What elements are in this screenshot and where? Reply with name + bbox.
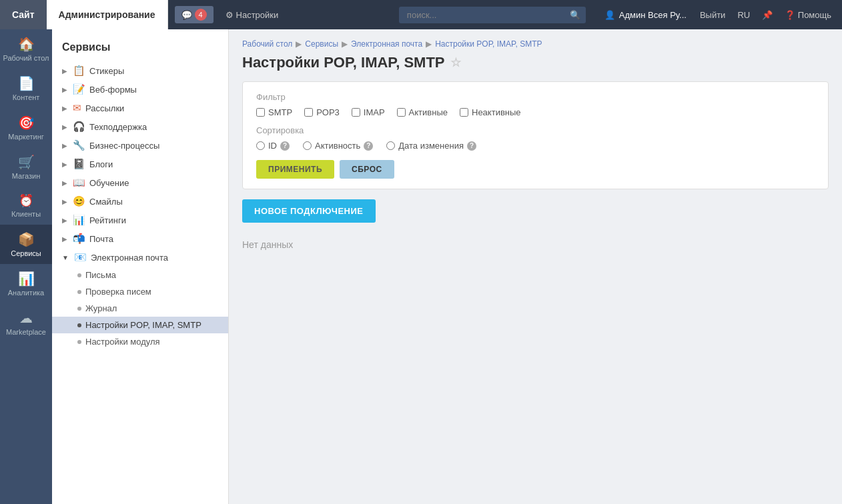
sidebar-item-email[interactable]: ▼ 📧 Электронная почта (52, 248, 228, 267)
arrow-icon: ▶ (62, 179, 67, 187)
sidebar-item-ratings[interactable]: ▶ 📊 Рейтинги (52, 211, 228, 229)
active-checkbox[interactable] (397, 108, 406, 117)
nav-item-content[interactable]: 📄 Контент (0, 69, 52, 108)
clients-icon: ⏰ (19, 193, 33, 208)
dot-icon (77, 273, 81, 277)
home-icon: 🏠 (18, 36, 35, 52)
inactive-label: Неактивные (472, 107, 521, 117)
nav-item-dashboard[interactable]: 🏠 Рабочий стол (0, 29, 52, 69)
sort-radio-date[interactable] (386, 141, 395, 150)
help-label: Помощь (798, 10, 831, 20)
sidebar-label-email: Электронная почта (91, 253, 168, 263)
breadcrumb-dashboard[interactable]: Рабочий стол (242, 39, 292, 49)
logout-button[interactable]: Выйти (695, 7, 731, 23)
content-area: Рабочий стол ▶ Сервисы ▶ Электронная поч… (229, 29, 842, 504)
imap-checkbox[interactable] (352, 108, 360, 117)
sort-radio-id[interactable] (256, 141, 265, 150)
new-connection-button[interactable]: НОВОЕ ПОДКЛЮЧЕНИЕ (242, 199, 376, 223)
apply-button[interactable]: ПРИМЕНИТЬ (256, 160, 334, 179)
sidebar-label-ratings: Рейтинги (89, 215, 126, 225)
sidebar-item-smileys[interactable]: ▶ 😊 Смайлы (52, 192, 228, 211)
sidebar-item-bizproc[interactable]: ▶ 🔧 Бизнес-процессы (52, 136, 228, 155)
sidebar-item-mail[interactable]: ▶ 📬 Почта (52, 229, 228, 248)
sidebar-label-bizproc: Бизнес-процессы (89, 141, 159, 151)
arrow-open-icon: ▼ (62, 254, 69, 261)
sidebar-subitem-module-settings[interactable]: Настройки модуля (52, 333, 228, 350)
sort-option-activity[interactable]: Активность ? (303, 141, 373, 151)
lang-selector[interactable]: RU (732, 7, 755, 23)
sort-radio-activity[interactable] (303, 141, 312, 150)
breadcrumb-sep-3: ▶ (426, 39, 432, 49)
sidebar-label-learning: Обучение (89, 178, 129, 188)
breadcrumb-email[interactable]: Электронная почта (351, 39, 422, 49)
sidebar-item-support[interactable]: ▶ 🎧 Техподдержка (52, 117, 228, 136)
nav-label-services: Сервисы (11, 249, 41, 257)
sidebar-item-mailings[interactable]: ▶ ✉ Рассылки (52, 99, 228, 117)
user-menu[interactable]: 👤 Админ Всея Ру... (598, 7, 693, 23)
arrow-icon: ▶ (62, 67, 67, 75)
sidebar: Сервисы ▶ 📋 Стикеры ▶ 📝 Веб-формы ▶ ✉ Ра… (52, 29, 229, 504)
sidebar-item-blogs[interactable]: ▶ 📓 Блоги (52, 155, 228, 173)
filter-check-active[interactable]: Активные (397, 107, 448, 117)
reset-button[interactable]: СБРОС (340, 160, 394, 179)
arrow-icon: ▶ (62, 161, 67, 168)
nav-item-marketing[interactable]: 🎯 Маркетинг (0, 108, 52, 147)
sort-date-label: Дата изменения (398, 141, 464, 151)
help-date-icon[interactable]: ? (467, 141, 476, 151)
mailings-icon: ✉ (73, 102, 81, 114)
favorite-star-icon[interactable]: ☆ (450, 55, 461, 70)
breadcrumb-sep-1: ▶ (296, 39, 302, 49)
smtp-checkbox[interactable] (256, 108, 265, 117)
arrow-icon: ▶ (62, 142, 67, 149)
sidebar-subitem-journal[interactable]: Журнал (52, 300, 228, 317)
nav-item-analytics[interactable]: 📊 Аналитика (0, 264, 52, 303)
help-id-icon[interactable]: ? (280, 141, 290, 151)
sort-option-date[interactable]: Дата изменения ? (386, 141, 476, 151)
nav-label-dashboard: Рабочий стол (3, 54, 49, 62)
settings-button[interactable]: ⚙ Настройки (219, 7, 286, 23)
nav-label-content: Контент (13, 93, 40, 101)
help-activity-icon[interactable]: ? (364, 141, 373, 151)
pop3-checkbox[interactable] (304, 108, 313, 117)
nav-label-marketing: Маркетинг (8, 133, 43, 141)
breadcrumb: Рабочий стол ▶ Сервисы ▶ Электронная поч… (242, 39, 829, 49)
nav-item-marketplace[interactable]: ☁ Marketplace (0, 303, 52, 343)
filter-check-pop3[interactable]: POP3 (304, 107, 340, 117)
sidebar-label-webforms: Веб-формы (89, 85, 137, 95)
nav-item-shop[interactable]: 🛒 Магазин (0, 147, 52, 187)
nav-item-clients[interactable]: ⏰ Клиенты (0, 187, 52, 225)
admin-label: Администрирование (47, 0, 168, 29)
breadcrumb-services[interactable]: Сервисы (305, 39, 338, 49)
smtp-label: SMTP (268, 107, 292, 117)
sidebar-subitem-check[interactable]: Проверка писем (52, 283, 228, 300)
nav-label-analytics: Аналитика (8, 289, 44, 297)
learning-icon: 📖 (73, 177, 85, 189)
nav-item-services[interactable]: 📦 Сервисы (0, 225, 52, 264)
dot-icon (77, 323, 81, 327)
sidebar-subitem-settings-pop[interactable]: Настройки POP, IMAP, SMTP (52, 317, 228, 333)
search-icon: 🔍 (570, 10, 580, 20)
filter-check-inactive[interactable]: Неактивные (460, 107, 521, 117)
help-button[interactable]: ❓ Помощь (779, 7, 837, 23)
notifications-button[interactable]: 💬 4 (175, 6, 214, 23)
sort-option-id[interactable]: ID ? (256, 141, 290, 151)
analytics-icon: 📊 (18, 271, 35, 287)
sidebar-item-webforms[interactable]: ▶ 📝 Веб-формы (52, 80, 228, 99)
filter-check-smtp[interactable]: SMTP (256, 107, 292, 117)
search-input[interactable] (404, 7, 570, 23)
filter-buttons-row: ПРИМЕНИТЬ СБРОС (256, 160, 815, 179)
pin-button[interactable]: 📌 (757, 7, 778, 23)
sidebar-subitem-letters[interactable]: Письма (52, 267, 228, 283)
sidebar-title: Сервисы (52, 36, 228, 61)
gear-icon: ⚙ (226, 10, 234, 20)
site-button[interactable]: Сайт (0, 0, 47, 29)
inactive-checkbox[interactable] (460, 108, 468, 117)
arrow-icon: ▶ (62, 86, 67, 93)
sidebar-item-learning[interactable]: ▶ 📖 Обучение (52, 173, 228, 192)
sidebar-item-stickers[interactable]: ▶ 📋 Стикеры (52, 61, 228, 80)
pop3-label: POP3 (316, 107, 340, 117)
dot-icon (77, 307, 81, 311)
filter-check-imap[interactable]: IMAP (352, 107, 385, 117)
sort-label: Сортировка (256, 125, 815, 135)
sidebar-sublabel-letters: Письма (85, 270, 116, 280)
